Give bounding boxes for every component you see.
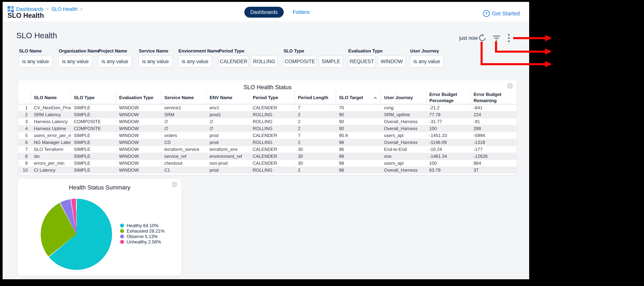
column-header-period-type[interactable]: Period Type	[250, 91, 295, 104]
table-title: SLO Health Status	[18, 84, 517, 91]
table-cell: -177	[470, 146, 516, 153]
table-cell: 30	[295, 160, 336, 167]
table-cell: WINDOW	[116, 160, 161, 167]
filter-button-is-any-value[interactable]: is any value	[138, 55, 172, 67]
table-cell: terraform_service	[161, 146, 206, 153]
legend-label: Observe 5.13%	[127, 234, 158, 239]
table-cell: ROLLING	[250, 167, 295, 174]
table-cell: ∅	[161, 118, 206, 125]
table-cell: CALENDER	[250, 104, 295, 111]
table-cell: 37	[470, 167, 516, 174]
table-cell: 7	[295, 132, 336, 139]
annotation-arrow-head	[545, 61, 552, 67]
column-header-error-budget-remaining[interactable]: Error Budget Remaining	[470, 91, 516, 104]
globe-icon[interactable]	[171, 181, 178, 188]
table-cell: prod1	[206, 111, 250, 118]
table-row[interactable]: 10CI LatencySIMPLEWINDOWC1prodROLLING298…	[18, 167, 516, 174]
annotation-arrow-head	[545, 48, 552, 55]
table-row[interactable]: 9errors_per_minSIMPLEWINDOWcheckoutnon-p…	[18, 160, 516, 167]
table-row[interactable]: 2SRM LatencySIMPLEWINDOWSRMprod1ROLLING2…	[18, 111, 516, 118]
table-cell: SIMPLE	[71, 111, 116, 118]
table-cell: -21.2	[426, 104, 470, 111]
column-header-row-number[interactable]	[18, 91, 31, 104]
column-header-slo-name[interactable]: SLO Name	[31, 91, 71, 104]
filter-button-rolling[interactable]: ROLLING	[251, 55, 278, 67]
filter-label: Period Type	[219, 48, 244, 54]
table-cell: ROLLING	[250, 139, 295, 146]
filter-button-window[interactable]: WINDOW	[378, 55, 406, 67]
table-row[interactable]: 7SLO TerraformSIMPLEWINDOWterraform_serv…	[18, 146, 516, 153]
slo-health-status-table: SLO NameSLO TypeEvaluation TypeService N…	[18, 91, 516, 174]
column-header-error-budget-percentage[interactable]: Error Budget Percentage	[426, 91, 470, 104]
table-cell: 2	[295, 139, 336, 146]
filter-button-simple[interactable]: SIMPLE	[319, 55, 343, 67]
table-row[interactable]: 4Harness UptimeCOMPOSITEWINDOW∅∅ROLLING2…	[18, 125, 516, 132]
table-cell: 77.78	[426, 111, 470, 118]
filter-button-is-any-value[interactable]: is any value	[58, 55, 92, 67]
annotation-arrow-line	[495, 51, 546, 53]
globe-icon[interactable]	[507, 82, 514, 90]
filter-button-is-any-value[interactable]: is any value	[98, 55, 132, 67]
column-header-service-name[interactable]: Service Name	[161, 91, 206, 104]
refresh-icon[interactable]	[478, 34, 486, 43]
get-started-link[interactable]: ? Get Started	[483, 10, 520, 17]
table-cell: terraform_env	[206, 146, 250, 153]
table-cell: slo	[31, 153, 71, 160]
table-row[interactable]: 6NG Manager LatencySIMPLEWINDOWCDprodROL…	[18, 139, 516, 146]
table-cell: 6	[18, 139, 31, 146]
table-cell: C1	[161, 167, 206, 174]
health-status-pie-chart[interactable]	[41, 199, 112, 270]
table-cell: SIMPLE	[71, 167, 116, 174]
table-cell: prod	[206, 167, 250, 174]
table-cell: COMPOSITE	[71, 125, 116, 132]
tab-folders[interactable]: Folders	[293, 9, 310, 15]
filter-label: Evaluation Type	[348, 48, 382, 54]
table-cell: 70	[336, 104, 381, 111]
breadcrumb-item-slo-health[interactable]: SLO Health	[52, 6, 78, 12]
filter-button-request[interactable]: REQUEST	[348, 55, 376, 67]
table-cell: WINDOW	[116, 153, 161, 160]
table-cell: -1318	[470, 139, 516, 146]
column-header-env-name[interactable]: ENV Name	[206, 91, 250, 104]
table-cell: 100	[426, 160, 470, 167]
table-cell: ∅	[161, 125, 206, 132]
table-cell: cvng	[381, 104, 426, 111]
filter-button-is-any-value[interactable]: is any value	[410, 55, 444, 67]
table-cell: 90	[336, 111, 381, 118]
column-header-slo-type[interactable]: SLO Type	[71, 91, 116, 104]
annotation-arrow-line	[480, 42, 482, 65]
breadcrumb: Dashboards > SLO Health >	[8, 6, 83, 12]
table-row[interactable]: 3Harness LatencyCOMPOSITEWINDOW∅∅ROLLING…	[18, 118, 516, 125]
legend-item-healthy[interactable]: Healthy 64.10%	[120, 223, 164, 228]
get-started-label: Get Started	[492, 10, 520, 17]
table-cell: Overall_Harness	[381, 139, 426, 146]
legend-dot	[120, 229, 124, 233]
column-header-period-length[interactable]: Period Length	[295, 91, 336, 104]
column-header-user-journey[interactable]: User Journey	[381, 91, 426, 104]
help-question-icon: ?	[483, 10, 490, 17]
filter-button-is-any-value[interactable]: is any value	[18, 55, 52, 67]
filter-button-is-any-value[interactable]: is any value	[178, 55, 212, 67]
table-row[interactable]: 1CV_NextGen_ProdSIMPLEWINDOWservice1env1…	[18, 104, 516, 111]
filter-button-composite[interactable]: COMPOSITE	[283, 55, 316, 67]
table-cell: WINDOW	[116, 132, 161, 139]
table-cell: checkout	[161, 160, 206, 167]
breadcrumb-item-dashboards[interactable]: Dashboards	[16, 6, 44, 12]
table-cell: 10	[18, 167, 31, 174]
pie-legend: Healthy 64.10%Exhausted 28.21%Observe 5.…	[120, 223, 164, 245]
table-cell: SRM_uptime	[381, 111, 426, 118]
legend-item-observe[interactable]: Observe 5.13%	[120, 234, 164, 239]
kebab-menu-icon[interactable]	[508, 34, 510, 43]
filter-button-calender[interactable]: CALENDER	[218, 55, 249, 67]
table-row[interactable]: 5users_error_per_minSIMPLEWINDOWorderspr…	[18, 132, 516, 139]
legend-item-unhealthy[interactable]: Unhealthy 2.56%	[120, 239, 164, 245]
legend-item-exhausted[interactable]: Exhausted 28.21%	[120, 228, 164, 234]
table-cell: WINDOW	[116, 111, 161, 118]
column-header-evaluation-type[interactable]: Evaluation Type	[116, 91, 161, 104]
table-row[interactable]: 8sloSIMPLEWINDOWservice_refenvironment_r…	[18, 153, 516, 160]
table-cell: CI Latency	[31, 167, 71, 174]
table-cell: 7	[295, 104, 336, 111]
tab-dashboards[interactable]: Dashboards	[244, 7, 284, 18]
column-header-slo-target[interactable]: SLO Target	[336, 91, 381, 104]
table-cell: orders	[161, 132, 206, 139]
